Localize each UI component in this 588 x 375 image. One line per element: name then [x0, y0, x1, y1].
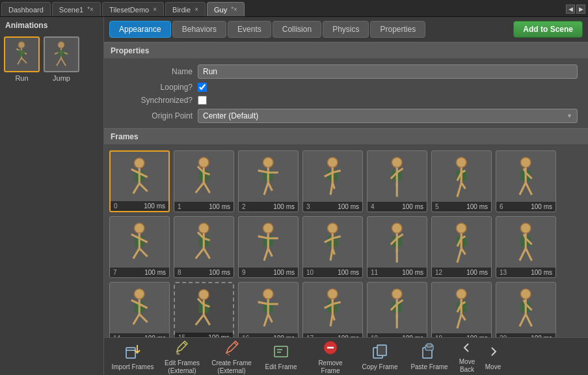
svg-point-35: [327, 158, 338, 168]
looping-checkbox[interactable]: [198, 83, 207, 92]
frame-figure-icon: [117, 220, 163, 266]
svg-line-159: [519, 314, 525, 327]
svg-line-152: [457, 314, 461, 329]
frame-item[interactable]: 11100 ms: [367, 216, 427, 278]
animation-item-jump[interactable]: Jump: [44, 36, 79, 82]
tab-tilesetdemo[interactable]: TilesetDemo ×: [102, 2, 164, 16]
frame-number: 7: [113, 269, 117, 276]
frame-item[interactable]: 9100 ms: [238, 216, 299, 278]
move-forward-label: Move: [485, 363, 501, 371]
frame-item[interactable]: 8100 ms: [174, 216, 234, 278]
tab-properties[interactable]: Properties: [370, 21, 425, 38]
svg-rect-179: [427, 344, 432, 347]
tab-nav-arrows: ◀ ▶: [566, 2, 588, 16]
frame-item[interactable]: 0100 ms: [109, 150, 170, 212]
frame-time: 100 ms: [531, 203, 552, 210]
frame-figure-icon: [310, 220, 356, 266]
tab-events[interactable]: Events: [228, 21, 271, 38]
tab-collision[interactable]: Collision: [273, 21, 321, 38]
svg-point-28: [263, 158, 273, 168]
tab-behaviors[interactable]: Behaviors: [172, 21, 226, 38]
frame-item[interactable]: 3100 ms: [302, 150, 363, 212]
origin-select[interactable]: Center (Default) Top Left Top Center Top…: [198, 109, 578, 123]
svg-line-103: [457, 249, 461, 263]
paste-frame-button[interactable]: Paste Frame: [406, 340, 453, 374]
animation-item-run[interactable]: Run: [4, 36, 40, 82]
frame-number: 12: [435, 269, 442, 276]
bottom-toolbar: Import Frames Edit Frames (External): [104, 337, 588, 375]
frame-item[interactable]: 17100 ms: [302, 282, 363, 337]
close-icon[interactable]: ×: [194, 6, 198, 13]
close-icon[interactable]: *×: [87, 6, 94, 13]
svg-line-26: [195, 183, 203, 193]
remove-frame-button[interactable]: Remove Frame: [307, 340, 354, 374]
svg-line-68: [133, 249, 139, 259]
frame-item[interactable]: 10100 ms: [302, 216, 363, 278]
move-forward-button[interactable]: Move: [481, 340, 505, 374]
add-to-scene-button[interactable]: Add to Scene: [513, 21, 583, 38]
frame-item[interactable]: 20100 ms: [496, 282, 556, 337]
frame-time: 100 ms: [466, 335, 488, 337]
frame-figure-icon: [375, 286, 420, 331]
frame-item[interactable]: 7100 ms: [109, 216, 170, 278]
tab-scroll-right[interactable]: ▶: [576, 5, 585, 14]
import-icon: [124, 342, 142, 361]
svg-line-111: [526, 249, 531, 261]
svg-line-69: [139, 249, 147, 257]
svg-point-14: [134, 158, 144, 169]
tab-physics[interactable]: Physics: [323, 21, 369, 38]
svg-line-54: [457, 183, 461, 197]
edit-frames-external-button[interactable]: Edit Frames (External): [159, 340, 206, 374]
frame-item[interactable]: 2100 ms: [238, 150, 299, 212]
synchronized-checkbox[interactable]: [198, 96, 207, 105]
frame-number: 11: [371, 269, 378, 276]
svg-line-164: [183, 342, 186, 345]
frame-item[interactable]: 6100 ms: [496, 150, 556, 212]
frame-item[interactable]: 15100 ms: [174, 282, 234, 337]
frame-number: 5: [435, 203, 439, 210]
tab-scroll-left[interactable]: ◀: [566, 5, 575, 14]
frames-scroll[interactable]: 0100 ms1100 ms2100 ms3100 ms4100 ms5100 …: [104, 145, 588, 337]
close-icon[interactable]: ×: [153, 6, 157, 13]
frame-item[interactable]: 1100 ms: [174, 150, 234, 212]
edit-frames-external-label: Edit Frames (External): [160, 359, 204, 375]
frame-item[interactable]: 13100 ms: [496, 216, 556, 278]
animation-thumb-run[interactable]: [4, 36, 40, 72]
tab-dashboard[interactable]: Dashboard: [1, 2, 51, 16]
svg-rect-13: [58, 50, 64, 57]
frame-figure-icon: [117, 286, 163, 331]
frame-item[interactable]: 19100 ms: [431, 282, 492, 337]
frame-item[interactable]: 5100 ms: [431, 150, 492, 212]
tab-guy[interactable]: Guy *×: [207, 2, 245, 16]
edit-frame-button[interactable]: Edit Frame: [258, 340, 304, 374]
svg-line-104: [461, 249, 465, 255]
animation-thumb-jump[interactable]: [44, 36, 79, 72]
create-external-icon: [222, 339, 241, 357]
frame-item[interactable]: 12100 ms: [431, 216, 492, 278]
import-frames-button[interactable]: Import Frames: [109, 340, 156, 374]
copy-frame-button[interactable]: Copy Frame: [356, 340, 403, 374]
name-input[interactable]: [198, 64, 578, 79]
frame-info: 3100 ms: [303, 202, 362, 212]
frame-item[interactable]: 18100 ms: [367, 282, 427, 337]
move-back-button[interactable]: Move Back: [455, 340, 479, 374]
frame-number: 20: [500, 335, 507, 337]
frame-figure-icon: [375, 220, 420, 266]
frame-item[interactable]: 16100 ms: [238, 282, 299, 337]
frame-item[interactable]: 4100 ms: [367, 150, 427, 212]
svg-line-139: [332, 314, 334, 320]
svg-line-55: [461, 183, 465, 189]
move-back-icon: [458, 340, 476, 355]
create-frame-external-button[interactable]: Create Frame (External): [208, 340, 255, 374]
frame-info: 2100 ms: [239, 202, 298, 212]
tab-scene1[interactable]: Scene1 *×: [52, 2, 101, 16]
tab-appearance[interactable]: Appearance: [109, 21, 171, 38]
frame-figure-icon: [439, 220, 485, 266]
frame-number: 10: [306, 269, 314, 276]
frame-number: 6: [500, 203, 503, 210]
svg-line-34: [268, 183, 272, 191]
frame-number: 16: [242, 335, 249, 337]
tab-birdie[interactable]: Birdie ×: [165, 2, 206, 16]
close-icon[interactable]: *×: [231, 6, 237, 13]
frame-item[interactable]: 14100 ms: [109, 282, 170, 337]
